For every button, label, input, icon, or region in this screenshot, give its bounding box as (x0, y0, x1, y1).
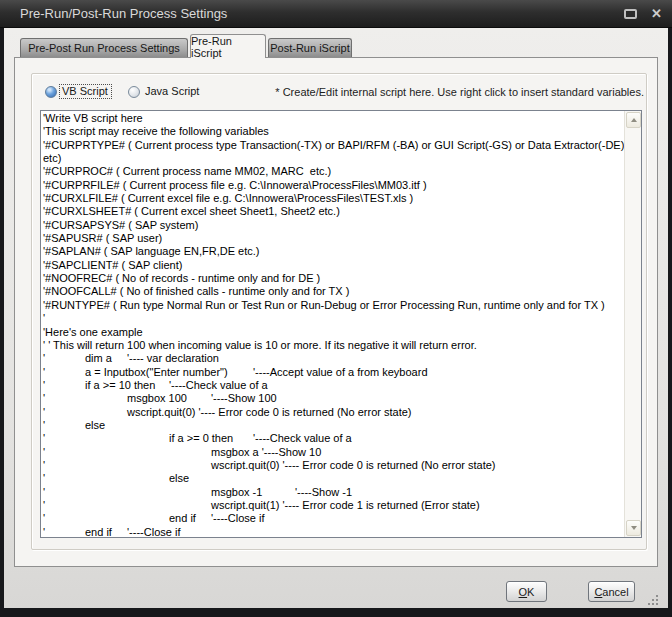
title-bar[interactable]: Pre-Run/Post-Run Process Settings ✕ (0, 0, 672, 28)
tab-page-pre-run-iscript: VB Script Java Script * Create/Edit inte… (14, 57, 658, 567)
ok-button[interactable]: OK (506, 581, 547, 602)
tab-pre-post-run-process-settings[interactable]: Pre-Post Run Process Settings (20, 38, 188, 57)
tab-label: Pre-Run iScript (191, 35, 265, 59)
radio-unselected-icon (128, 86, 140, 98)
tab-pre-run-iscript[interactable]: Pre-Run iScript (190, 34, 266, 58)
script-group-box: VB Script Java Script * Create/Edit inte… (31, 73, 647, 550)
cancel-button-label: Cancel (589, 586, 634, 598)
radio-java-script-label: Java Script (143, 85, 202, 98)
ok-button-label: OK (507, 586, 546, 598)
chevron-up-icon (631, 118, 637, 122)
scroll-up-button[interactable] (626, 112, 641, 128)
script-editor[interactable]: 'Write VB script here 'This script may r… (40, 110, 642, 538)
tab-label: Post-Run iScript (270, 42, 349, 54)
scroll-down-button[interactable] (626, 520, 641, 536)
radio-vb-script-label: VB Script (60, 85, 111, 98)
tab-post-run-iscript[interactable]: Post-Run iScript (268, 38, 352, 57)
tab-label: Pre-Post Run Process Settings (28, 42, 180, 54)
script-text[interactable]: 'Write VB script here 'This script may r… (41, 111, 624, 537)
dialog-window: Pre-Run/Post-Run Process Settings ✕ Pre-… (0, 0, 672, 617)
resize-grip[interactable] (648, 595, 650, 597)
close-icon[interactable]: ✕ (651, 0, 662, 28)
dialog-client-area: Pre-Post Run Process Settings Pre-Run iS… (4, 28, 668, 608)
cancel-button[interactable]: Cancel (588, 581, 635, 602)
radio-vb-script[interactable]: VB Script (45, 85, 111, 98)
window-controls: ✕ (624, 0, 662, 28)
vertical-scrollbar[interactable] (624, 111, 641, 537)
radio-java-script[interactable]: Java Script (128, 85, 202, 98)
radio-selected-icon (45, 86, 57, 98)
window-box-icon[interactable] (624, 9, 637, 19)
hint-text: * Create/Edit internal script here. Use … (275, 86, 644, 98)
chevron-down-icon (631, 526, 637, 530)
window-title: Pre-Run/Post-Run Process Settings (20, 0, 227, 28)
